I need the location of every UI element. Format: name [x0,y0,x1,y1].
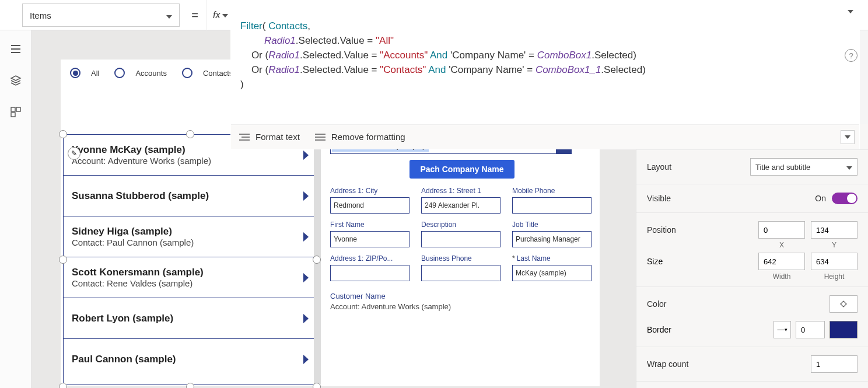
chevron-right-icon[interactable] [303,355,309,364]
remove-formatting-button[interactable]: Remove formatting [315,132,405,142]
chevron-right-icon[interactable] [303,151,309,160]
prop-layout: Layout Title and subtitle [636,150,868,184]
chevron-right-icon[interactable] [303,232,309,242]
size-height-input[interactable] [811,253,858,270]
svg-rect-2 [11,113,15,117]
detail-form: Adventure Works (sample) ▾ Pach Company … [330,134,594,388]
gallery[interactable]: Yvonne McKay (sample) Account: Adventure… [63,134,317,385]
formula-editor[interactable]: Filter( Contacts, Radio1.Selected.Value … [230,0,860,149]
list-item-subtitle: Contact: Rene Valdes (sample) [72,278,309,288]
chevron-right-icon[interactable] [303,314,309,323]
prop-border: Border — ▾ [636,321,868,347]
city-field[interactable] [330,197,410,214]
left-nav [0,30,32,388]
property-dropdown-value: Items [30,11,51,20]
help-icon[interactable]: ? [845,49,858,62]
mobile-field[interactable] [512,197,592,214]
property-dropdown[interactable]: Items [22,4,180,27]
chevron-down-icon[interactable] [848,4,853,19]
resize-handle[interactable] [59,383,67,388]
chevron-down-icon [166,11,172,20]
patch-company-button[interactable]: Pach Company Name [410,160,514,179]
resize-handle[interactable] [186,383,194,388]
layers-icon[interactable] [10,75,22,86]
border-color-picker[interactable] [830,321,858,338]
list-item[interactable]: Sidney Higa (sample) Contact: Paul Canno… [64,216,317,257]
list-item-title: Scott Konersmann (sample) [72,267,309,278]
resize-handle[interactable] [59,256,67,264]
list-item-subtitle: Account: Adventure Works (sample) [72,156,309,166]
format-text-button[interactable]: Format text [239,132,300,142]
size-width-input[interactable] [758,253,805,270]
properties-panel: Fields Edit Layout Title and subtitle Vi… [636,124,868,388]
resize-handle[interactable] [186,130,194,138]
visible-toggle[interactable] [832,193,858,204]
collapse-formula-button[interactable] [841,130,855,144]
position-y-input[interactable] [811,221,858,239]
wrap-count-input[interactable] [811,355,858,373]
svg-rect-0 [11,107,15,111]
description-field[interactable] [421,231,501,247]
resize-handle[interactable] [59,130,67,138]
radio-accounts[interactable] [114,68,125,78]
chevron-down-icon [222,12,228,19]
list-item-title: Paul Cannon (sample) [72,354,309,365]
border-style-dropdown[interactable]: — ▾ [774,321,791,338]
chevron-right-icon[interactable] [303,191,309,201]
prop-wrap-count: Wrap count [636,347,868,382]
layout-dropdown[interactable]: Title and subtitle [750,158,858,176]
chevron-down-icon [846,163,852,172]
first-name-field[interactable] [330,231,410,247]
job-title-field[interactable] [512,231,592,247]
resize-handle[interactable] [313,256,321,264]
radio-all[interactable] [70,68,80,78]
border-width-input[interactable] [796,321,825,338]
svg-rect-1 [16,107,20,111]
components-icon[interactable] [10,106,22,118]
list-item[interactable]: Scott Konersmann (sample) Contact: Rene … [64,257,317,298]
color-picker[interactable] [830,295,858,313]
format-icon [239,133,250,141]
street-field[interactable] [421,197,501,214]
list-item-title: Sidney Higa (sample) [72,226,309,237]
list-item[interactable]: Susanna Stubberod (sample) [64,176,317,216]
remove-format-icon [315,133,326,141]
list-item[interactable]: Robert Lyon (sample) [64,298,317,339]
prop-size: Size [636,253,868,272]
edit-template-icon[interactable]: ✎ [68,147,80,160]
radio-contacts[interactable] [182,68,192,78]
position-x-input[interactable] [758,221,805,239]
list-item[interactable]: Paul Cannon (sample) [64,339,317,380]
business-phone-field[interactable] [421,265,501,281]
prop-visible: Visible On [636,184,868,213]
hamburger-icon[interactable] [10,43,22,55]
last-name-field[interactable] [512,265,592,281]
customer-name-label: Customer Name [330,292,594,300]
paint-icon [839,299,848,309]
list-item-title: Robert Lyon (sample) [72,313,309,324]
resize-handle[interactable] [313,383,321,388]
prop-position: Position [636,213,868,241]
zip-field[interactable] [330,265,410,281]
customer-name-value: Account: Adventure Works (sample) [330,302,594,311]
list-item-subtitle: Contact: Paul Cannon (sample) [72,237,309,247]
equals-sign: = [183,0,206,30]
chevron-right-icon[interactable] [303,273,309,282]
prop-color: Color [636,287,868,321]
list-item-title: Susanna Stubberod (sample) [72,190,309,202]
